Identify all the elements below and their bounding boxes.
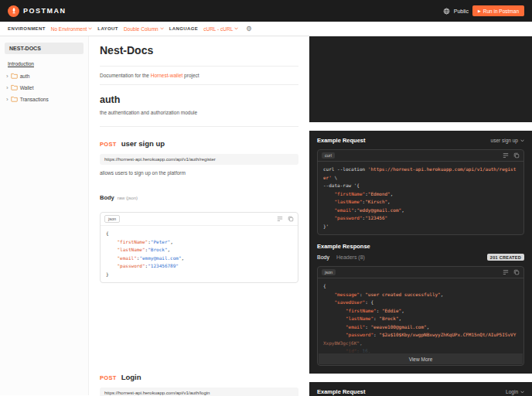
endpoint-header: POST user sign up (100, 139, 298, 148)
response-code-card: json { "message": "user created successf… (317, 266, 524, 366)
code-card-header: json (318, 267, 523, 278)
code-card-actions (503, 269, 520, 275)
top-bar: POSTMAN Public ▶ Run in Postman (0, 0, 532, 22)
request-body-code-card: json { "firstName":"Peter", "lastName":"… (100, 212, 298, 283)
copy-icon[interactable] (288, 216, 294, 222)
content-area: NEST-DOCS Introduction › auth › Wallet › (0, 36, 532, 395)
chevron-right-icon: › (6, 85, 9, 91)
status-badge: 201 CREATED (487, 254, 524, 261)
chevron-right-icon: › (6, 97, 9, 103)
chevron-down-icon (520, 139, 524, 142)
view-more-button[interactable]: View More (319, 353, 523, 364)
example-selector-value: user sign up (491, 138, 518, 143)
doc-subtitle: Documentation for the Hornest-wallet pro… (100, 67, 298, 85)
sidebar-folder-transactions[interactable]: › Transactions (0, 94, 88, 105)
folder-title-auth: auth (100, 94, 298, 105)
tab-body[interactable]: Body (317, 254, 329, 260)
language-tag: json (104, 215, 120, 223)
http-method-badge: POST (100, 141, 117, 148)
sidebar-collection-nest-docs[interactable]: NEST-DOCS (5, 43, 84, 54)
request-url[interactable]: https://hornest-api.herokuapp.com/api/v1… (100, 387, 298, 396)
wrap-text-icon[interactable] (503, 269, 509, 275)
doc-header: Nest-Docs (100, 36, 298, 67)
sidebar-folder-label: Wallet (20, 85, 34, 90)
http-method-badge: POST (100, 374, 117, 381)
run-button-label: Run in Postman (483, 9, 519, 14)
environment-label: ENVIRONMENT (8, 26, 46, 31)
endpoint-login: POST Login https://hornest-api.herokuapp… (100, 360, 298, 396)
tab-headers[interactable]: Headers (8) (336, 254, 365, 260)
play-icon: ▶ (478, 9, 481, 13)
code-block-response-json: { "message": "user created successfully"… (318, 278, 523, 365)
settings-toolbar: ENVIRONMENT No Environment LAYOUT Double… (0, 22, 532, 36)
endpoint-name[interactable]: Login (121, 373, 142, 381)
curl-code-card: curl curl --location 'https://hornest-ap… (317, 149, 524, 235)
copy-icon[interactable] (513, 269, 520, 275)
postman-logo[interactable]: POSTMAN (8, 5, 66, 17)
topbar-right: Public ▶ Run in Postman (443, 4, 524, 18)
endpoint-header: POST Login (100, 373, 298, 381)
request-url[interactable]: https://hornest-api.herokuapp.com/api/v1… (100, 154, 298, 165)
example-block-login: Example Request Login curl (309, 382, 532, 396)
postman-rocket-icon (8, 5, 19, 17)
sidebar-item-introduction[interactable]: Introduction (0, 59, 88, 70)
example-request-header: Example Request Login (309, 382, 532, 396)
folder-description: the authentication and authorization mod… (100, 110, 298, 127)
examples-panel-blank (309, 36, 532, 122)
code-card-header: json (101, 213, 298, 226)
language-tag: json (322, 269, 336, 275)
copy-icon[interactable] (513, 152, 520, 159)
sidebar-folder-label: Transactions (20, 97, 49, 102)
hornest-wallet-link[interactable]: Hornest-wallet (151, 73, 183, 78)
sidebar-folder-label: auth (20, 73, 30, 79)
wrap-text-icon[interactable] (277, 216, 283, 222)
code-card-header: curl (318, 150, 523, 162)
endpoint-user-sign-up: POST user sign up https://hornest-api.he… (100, 127, 298, 283)
code-card-actions (503, 152, 520, 159)
example-request-title: Example Request (317, 388, 366, 395)
example-request-header: Example Request user sign up (309, 131, 532, 149)
environment-select[interactable]: No Environment (51, 26, 93, 32)
code-card-actions (277, 216, 294, 222)
chevron-down-icon (88, 27, 92, 30)
doc-subtitle-text: Documentation for the (100, 73, 151, 78)
example-response-title: Example Response (317, 243, 370, 250)
language-value: cURL - cURL (203, 26, 233, 32)
layout-label: LAYOUT (97, 26, 118, 31)
page-title: Nest-Docs (100, 44, 298, 56)
sidebar-folder-wallet[interactable]: › Wallet (0, 82, 88, 94)
environment-value: No Environment (51, 26, 87, 32)
folder-icon (11, 96, 18, 103)
language-label: LANGUAGE (169, 26, 199, 31)
examples-column: Example Request user sign up curl c (309, 36, 532, 395)
response-tabs: Body Headers (8) 201 CREATED (309, 254, 532, 266)
run-in-postman-button[interactable]: ▶ Run in Postman (472, 5, 524, 16)
body-label: Body (100, 194, 114, 201)
code-block-curl: curl --location 'https://hornest-api.her… (318, 162, 523, 234)
chevron-right-icon: › (6, 73, 9, 80)
folder-icon (11, 84, 18, 91)
body-section-header: Body raw (json) (100, 194, 298, 201)
folder-icon (11, 73, 18, 80)
chevron-down-icon (520, 391, 524, 394)
code-block-json: { "firstName":"Peter", "lastName":"Brock… (101, 226, 298, 282)
example-request-title: Example Request (317, 137, 366, 144)
brand-name: POSTMAN (23, 7, 66, 15)
docs-main-column: Nest-Docs Documentation for the Hornest-… (89, 36, 309, 395)
chevron-down-icon (234, 27, 238, 30)
doc-subtitle-text: project (182, 73, 199, 78)
example-response-header: Example Response (309, 235, 532, 254)
language-select[interactable]: cURL - cURL (203, 26, 238, 32)
chevron-down-icon (160, 27, 164, 30)
wrap-text-icon[interactable] (503, 152, 509, 159)
language-tag: curl (322, 152, 335, 159)
layout-value: Double Column (124, 26, 159, 32)
gear-icon[interactable]: ⚙ (246, 26, 252, 32)
example-selector[interactable]: user sign up (491, 138, 524, 143)
visibility-label: Public (454, 9, 469, 14)
layout-select[interactable]: Double Column (124, 26, 164, 32)
sidebar-folder-auth[interactable]: › auth (0, 70, 88, 82)
endpoint-name[interactable]: user sign up (121, 139, 165, 148)
endpoint-description: allows users to sign up on the platform (100, 170, 298, 176)
example-selector[interactable]: Login (506, 389, 524, 394)
